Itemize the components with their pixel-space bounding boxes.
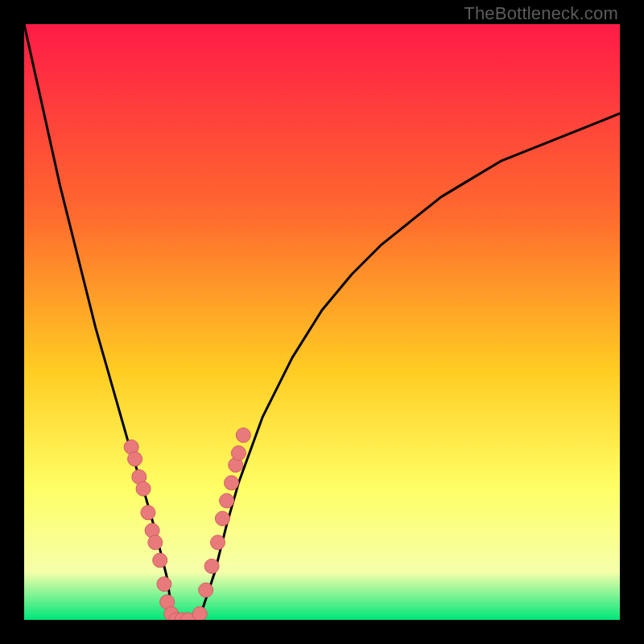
watermark-text: TheBottleneck.com [464,3,618,24]
data-marker [199,583,213,597]
data-marker [141,506,155,520]
data-marker [153,553,167,568]
data-marker [225,476,239,490]
data-marker [136,481,151,496]
curve-layer [24,24,620,620]
data-marker [211,535,225,550]
data-marker [215,511,229,526]
data-marker [128,452,142,466]
data-marker [220,493,234,508]
data-marker [157,577,171,592]
data-marker [204,559,219,573]
chart-frame: TheBottleneck.com [0,0,644,644]
data-marker [192,607,207,620]
bottleneck-curve [24,24,620,620]
data-marker [231,446,246,460]
data-marker [236,428,250,443]
data-marker [148,535,163,550]
plot-area [24,24,620,620]
